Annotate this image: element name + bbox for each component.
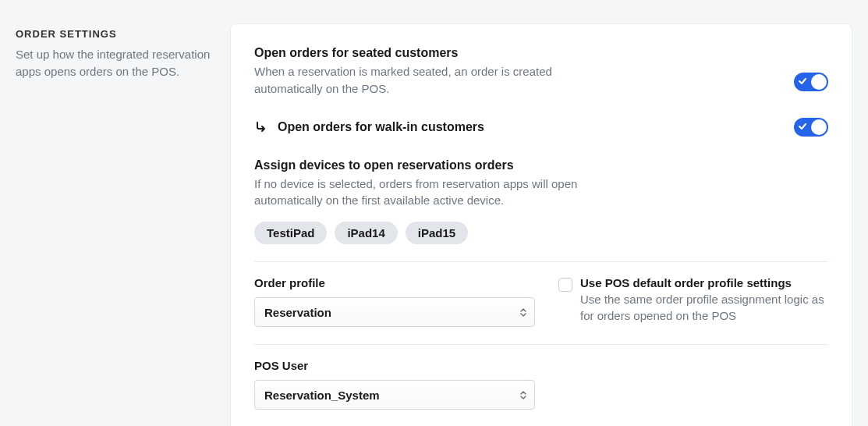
walkin-left: Open orders for walk-in customers [254, 120, 484, 134]
select-arrows-icon [520, 308, 526, 317]
order-profile-left: Order profile Reservation [254, 276, 535, 327]
toggle-knob [811, 119, 827, 135]
divider [254, 344, 828, 345]
order-profile-row: Order profile Reservation Use POS defaul… [254, 276, 828, 327]
walkin-title: Open orders for walk-in customers [278, 120, 484, 134]
walkin-toggle[interactable] [794, 118, 828, 137]
walkin-setting-row: Open orders for walk-in customers [254, 118, 828, 137]
settings-sidebar: ORDER SETTINGS Set up how the integrated… [16, 23, 214, 426]
use-default-title: Use POS default order profile settings [580, 276, 828, 289]
use-default-block: Use POS default order profile settings U… [558, 276, 828, 324]
divider [254, 261, 828, 262]
device-chips: TestiPad iPad14 iPad15 [254, 222, 828, 244]
sub-item-icon [254, 120, 268, 134]
pos-user-row: POS User Reservation_System [254, 359, 828, 410]
sidebar-description: Set up how the integrated reservation ap… [16, 46, 214, 80]
toggle-knob [811, 74, 827, 90]
order-profile-label: Order profile [254, 276, 535, 289]
device-chip[interactable]: iPad15 [406, 222, 468, 244]
assign-description: If no device is selected, orders from re… [254, 176, 582, 210]
select-arrows-icon [520, 391, 526, 399]
seated-setting-row: Open orders for seated customers When a … [254, 46, 828, 98]
seated-toggle[interactable] [794, 73, 828, 91]
order-profile-select[interactable]: Reservation [254, 297, 535, 327]
pos-user-select[interactable]: Reservation_System [254, 380, 535, 410]
order-settings-card: Open orders for seated customers When a … [230, 23, 852, 426]
order-profile-value: Reservation [264, 306, 331, 319]
device-chip[interactable]: iPad14 [335, 222, 397, 244]
device-chip[interactable]: TestiPad [254, 222, 327, 244]
use-default-checkbox[interactable] [558, 278, 572, 292]
use-default-text: Use POS default order profile settings U… [580, 276, 828, 324]
pos-user-value: Reservation_System [264, 389, 380, 402]
seated-title: Open orders for seated customers [254, 46, 582, 60]
assign-title: Assign devices to open reservations orde… [254, 158, 828, 172]
use-default-description: Use the same order profile assignment lo… [580, 291, 828, 324]
assign-devices-block: Assign devices to open reservations orde… [254, 158, 828, 245]
pos-user-left: POS User Reservation_System [254, 359, 535, 410]
pos-user-label: POS User [254, 359, 535, 372]
check-icon [799, 122, 806, 132]
seated-setting-text: Open orders for seated customers When a … [254, 46, 582, 98]
check-icon [799, 77, 806, 87]
sidebar-title: ORDER SETTINGS [16, 28, 214, 40]
seated-description: When a reservation is marked seated, an … [254, 63, 582, 98]
